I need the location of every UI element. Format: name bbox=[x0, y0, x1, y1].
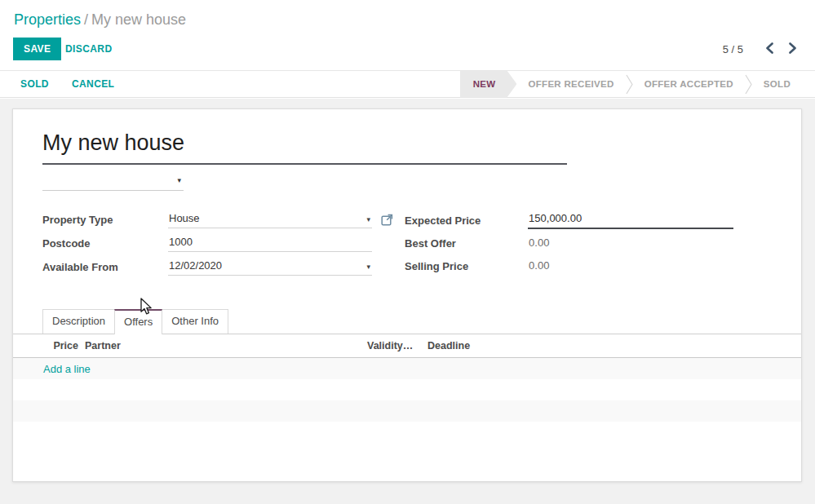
property-name-value: My new house bbox=[42, 130, 567, 156]
save-button[interactable]: SAVE bbox=[13, 38, 61, 60]
selling-price-value: 0.00 bbox=[528, 259, 733, 275]
empty-list-row bbox=[13, 379, 801, 400]
field-row: Property Type House ▾ bbox=[42, 211, 383, 228]
column-header-deadline[interactable]: Deadline bbox=[427, 340, 801, 351]
property-type-dropdown[interactable]: House ▾ bbox=[168, 211, 372, 228]
form-sheet: My new house ▾ Property Type House ▾ bbox=[12, 108, 802, 482]
available-from-value: 12/02/2020 bbox=[169, 259, 222, 272]
caret-down-icon: ▾ bbox=[177, 176, 181, 184]
available-from-label: Available From bbox=[42, 259, 168, 276]
expected-price-label: Expected Price bbox=[405, 213, 528, 229]
chevron-right-icon bbox=[788, 42, 797, 56]
offers-list-header: Price Partner Validity… Deadline bbox=[13, 334, 801, 358]
field-column-left: Property Type House ▾ Postcode 1000 bbox=[42, 211, 383, 282]
postcode-input[interactable]: 1000 bbox=[168, 235, 372, 252]
selling-price-label: Selling Price bbox=[405, 259, 528, 275]
postcode-label: Postcode bbox=[42, 236, 168, 252]
expected-price-value: 150,000.00 bbox=[529, 212, 582, 224]
tab-offers[interactable]: Offers bbox=[114, 309, 162, 334]
pager-next-button[interactable] bbox=[781, 38, 804, 60]
add-line-row: Add a line bbox=[13, 358, 801, 379]
offers-list: Price Partner Validity… Deadline Add a l… bbox=[13, 334, 801, 422]
available-from-datepicker[interactable]: 12/02/2020 ▾ bbox=[168, 259, 372, 276]
notebook: Description Offers Other Info Price Part… bbox=[13, 309, 801, 422]
column-header-partner[interactable]: Partner bbox=[85, 340, 367, 351]
column-header-price[interactable]: Price bbox=[13, 340, 85, 351]
breadcrumb-parent-link[interactable]: Properties bbox=[14, 11, 81, 28]
external-link-icon[interactable] bbox=[381, 214, 393, 226]
breadcrumb-separator: / bbox=[81, 11, 91, 28]
notebook-tabstrip: Description Offers Other Info bbox=[13, 309, 801, 334]
tab-description[interactable]: Description bbox=[42, 309, 115, 334]
cancel-action-button[interactable]: CANCEL bbox=[72, 78, 114, 90]
postcode-value: 1000 bbox=[169, 236, 193, 248]
property-type-label: Property Type bbox=[42, 212, 168, 228]
field-row: Selling Price 0.00 bbox=[405, 259, 772, 275]
stage-offer-received[interactable]: OFFER RECEIVED bbox=[516, 71, 625, 98]
expected-price-input[interactable]: 150,000.00 bbox=[528, 211, 733, 229]
stage-offer-accepted[interactable]: OFFER ACCEPTED bbox=[633, 71, 745, 98]
breadcrumb-current: My new house bbox=[91, 11, 186, 28]
property-type-value: House bbox=[169, 212, 200, 224]
pager: 5 / 5 bbox=[723, 38, 804, 60]
form-statusbar-row: SOLD CANCEL NEW OFFER RECEIVED OFFER ACC… bbox=[0, 70, 815, 98]
pager-count: 5 / 5 bbox=[723, 43, 743, 55]
field-row: Available From 12/02/2020 ▾ bbox=[42, 259, 383, 276]
stage-separator-icon bbox=[745, 71, 752, 98]
best-offer-label: Best Offer bbox=[405, 236, 528, 252]
stage-new[interactable]: NEW bbox=[460, 71, 517, 98]
column-header-validity[interactable]: Validity… bbox=[367, 340, 427, 351]
empty-list-row bbox=[13, 400, 801, 422]
stage-statusbar: NEW OFFER RECEIVED OFFER ACCEPTED SOLD bbox=[460, 71, 802, 98]
tags-dropdown[interactable]: ▾ bbox=[42, 174, 184, 191]
field-grid: Property Type House ▾ Postcode 1000 bbox=[42, 211, 772, 282]
best-offer-value: 0.00 bbox=[528, 236, 733, 252]
pager-previous-button[interactable] bbox=[758, 38, 781, 60]
stage-separator-icon bbox=[626, 71, 633, 98]
chevron-left-icon bbox=[765, 42, 774, 56]
odoo-form-view: Properties/My new house SAVE DISCARD 5 /… bbox=[0, 0, 815, 504]
stage-sold[interactable]: SOLD bbox=[752, 71, 802, 98]
caret-down-icon: ▾ bbox=[366, 260, 370, 274]
add-a-line-link[interactable]: Add a line bbox=[13, 363, 91, 375]
discard-button[interactable]: DISCARD bbox=[64, 38, 113, 60]
tab-other-info[interactable]: Other Info bbox=[162, 309, 228, 334]
sold-action-button[interactable]: SOLD bbox=[20, 78, 49, 90]
breadcrumb: Properties/My new house bbox=[14, 10, 186, 29]
field-row: Expected Price 150,000.00 bbox=[405, 211, 772, 229]
field-row: Best Offer 0.00 bbox=[405, 236, 772, 252]
field-column-right: Expected Price 150,000.00 Best Offer 0.0… bbox=[405, 211, 772, 282]
field-row: Postcode 1000 bbox=[42, 235, 383, 252]
property-name-input[interactable]: My new house bbox=[42, 130, 567, 165]
caret-down-icon: ▾ bbox=[366, 213, 370, 227]
